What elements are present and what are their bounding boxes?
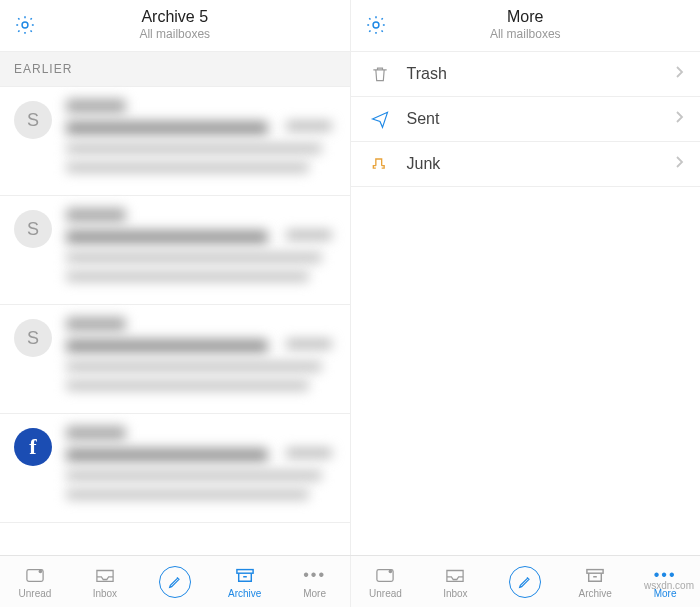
message-item[interactable]: S <box>0 196 350 305</box>
tab-compose[interactable] <box>140 556 210 607</box>
more-icon: ••• <box>303 564 326 586</box>
sender-avatar: S <box>14 101 52 139</box>
right-header: More All mailboxes <box>351 0 701 52</box>
sender-blur <box>66 317 126 331</box>
message-item[interactable]: S <box>0 305 350 414</box>
left-header: Archive 5 All mailboxes <box>0 0 350 52</box>
snippet-blur <box>66 162 309 173</box>
gear-icon[interactable] <box>363 12 389 38</box>
right-subtitle: All mailboxes <box>351 27 701 41</box>
message-list: SSSf <box>0 87 350 523</box>
svg-point-3 <box>39 570 43 574</box>
folder-list: TrashSentJunk <box>351 52 701 187</box>
subject-blur <box>66 230 268 244</box>
tab-archive[interactable]: Archive <box>210 556 280 607</box>
trash-icon <box>367 64 393 84</box>
date-blur <box>286 230 332 240</box>
sender-blur <box>66 208 126 222</box>
compose-icon <box>159 571 191 593</box>
tab-more[interactable]: •••More <box>280 556 350 607</box>
message-item[interactable]: f <box>0 414 350 523</box>
tab-inbox[interactable]: Inbox <box>420 556 490 607</box>
subject-blur <box>66 121 268 135</box>
compose-icon <box>509 571 541 593</box>
folder-row-trash[interactable]: Trash <box>351 52 701 97</box>
tab-label: More <box>303 588 326 599</box>
tab-label: Archive <box>578 588 611 599</box>
inbox-icon <box>444 564 466 586</box>
sender-avatar: S <box>14 319 52 357</box>
junk-icon <box>367 154 393 174</box>
sender-avatar: S <box>14 210 52 248</box>
snippet-blur <box>66 271 309 282</box>
section-header: EARLIER <box>0 52 350 87</box>
tab-archive[interactable]: Archive <box>560 556 630 607</box>
sender-blur <box>66 426 126 440</box>
folder-label: Trash <box>407 65 675 83</box>
tab-label: Inbox <box>443 588 467 599</box>
subject-blur <box>66 339 268 353</box>
svg-point-0 <box>22 22 28 28</box>
snippet-blur <box>66 489 309 500</box>
inbox-icon <box>94 564 116 586</box>
svg-point-1 <box>373 22 379 28</box>
tab-unread[interactable]: Unread <box>0 556 70 607</box>
snippet-blur <box>66 252 322 263</box>
date-blur <box>286 121 332 131</box>
unread-icon <box>374 564 396 586</box>
chevron-right-icon <box>674 65 684 83</box>
chevron-right-icon <box>674 110 684 128</box>
chevron-right-icon <box>674 155 684 173</box>
snippet-blur <box>66 361 322 372</box>
folder-label: Sent <box>407 110 675 128</box>
tab-unread[interactable]: Unread <box>351 556 421 607</box>
snippet-blur <box>66 470 322 481</box>
tabs-left: UnreadInboxArchive•••More <box>0 556 350 607</box>
sent-icon <box>367 109 393 129</box>
archive-pane: Archive 5 All mailboxes EARLIER SSSf <box>0 0 351 555</box>
unread-icon <box>24 564 46 586</box>
more-pane: More All mailboxes TrashSentJunk <box>351 0 701 555</box>
left-subtitle: All mailboxes <box>0 27 350 41</box>
folder-row-sent[interactable]: Sent <box>351 97 701 142</box>
tab-label: Unread <box>369 588 402 599</box>
archive-icon <box>234 564 256 586</box>
right-title: More <box>351 8 701 26</box>
date-blur <box>286 448 332 458</box>
folder-row-junk[interactable]: Junk <box>351 142 701 187</box>
tab-label: Archive <box>228 588 261 599</box>
gear-icon[interactable] <box>12 12 38 38</box>
tab-label: Unread <box>19 588 52 599</box>
svg-point-6 <box>389 570 393 574</box>
tab-compose[interactable] <box>490 556 560 607</box>
archive-icon <box>584 564 606 586</box>
facebook-avatar: f <box>14 428 52 466</box>
folder-label: Junk <box>407 155 675 173</box>
date-blur <box>286 339 332 349</box>
snippet-blur <box>66 143 322 154</box>
tab-bar: UnreadInboxArchive•••More UnreadInboxArc… <box>0 555 700 607</box>
svg-rect-4 <box>237 570 253 574</box>
sender-blur <box>66 99 126 113</box>
watermark: wsxdn.com <box>644 580 694 591</box>
subject-blur <box>66 448 268 462</box>
tab-inbox[interactable]: Inbox <box>70 556 140 607</box>
snippet-blur <box>66 380 309 391</box>
message-item[interactable]: S <box>0 87 350 196</box>
tab-label: Inbox <box>93 588 117 599</box>
left-title: Archive 5 <box>0 8 350 26</box>
svg-rect-7 <box>587 570 603 574</box>
